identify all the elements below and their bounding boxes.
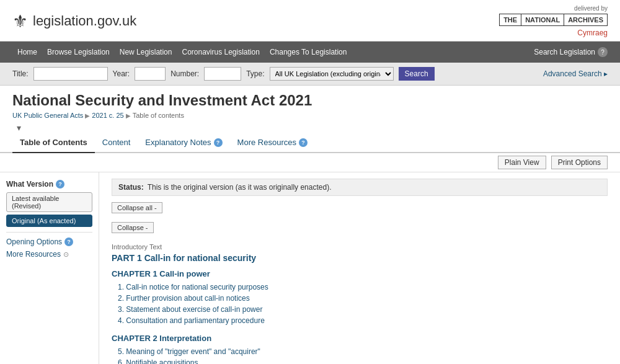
latest-available-button[interactable]: Latest available (Revised) <box>6 192 92 212</box>
nav-changes[interactable]: Changes To Legislation <box>265 42 352 63</box>
chapter-2-block: CHAPTER 2 Interpretation 5. Meaning of "… <box>112 334 608 364</box>
status-bar: Status: This is the original version (as… <box>112 179 608 196</box>
chapter-2-title[interactable]: CHAPTER 2 Interpretation <box>112 334 608 343</box>
breadcrumb-arrow-2: ▶ <box>126 112 131 119</box>
number-input[interactable] <box>204 67 241 81</box>
breadcrumb-chapter[interactable]: 2021 c. 25 <box>92 112 123 119</box>
type-label: Type: <box>246 69 264 78</box>
search-legend-icon: ? <box>598 47 608 57</box>
year-label: Year: <box>113 69 130 78</box>
tab-more-resources-label: More Resources <box>237 138 296 147</box>
content-area: What Version ? Latest available (Revised… <box>0 172 620 364</box>
breadcrumb-current: Table of contents <box>133 112 184 119</box>
list-item: 4. Consultation and parliamentary proced… <box>118 316 608 325</box>
main-content: Status: This is the original version (as… <box>99 172 620 364</box>
section-link[interactable]: 6. Notifiable acquisitions <box>118 358 198 364</box>
more-resources-icon: ⊙ <box>63 251 69 259</box>
nav-browse[interactable]: Browse Legislation <box>42 42 115 63</box>
list-item: 1. Call-in notice for national security … <box>118 282 608 291</box>
chapter-1-title[interactable]: CHAPTER 1 Call-in power <box>112 269 608 278</box>
tab-explanatory-notes[interactable]: Explanatory Notes ? <box>138 133 229 152</box>
more-resources-row: More Resources ⊙ <box>6 250 92 259</box>
collapse-all-area: Collapse all - <box>112 202 608 218</box>
status-label: Status: <box>118 183 144 192</box>
royal-crest-icon: ⚜ <box>12 11 28 32</box>
na-the: THE <box>500 14 521 25</box>
na-national: NATIONAL <box>521 14 564 25</box>
sidebar: What Version ? Latest available (Revised… <box>0 172 99 364</box>
print-options-button[interactable]: Print Options <box>551 156 608 169</box>
section-link[interactable]: 4. Consultation and parliamentary proced… <box>118 316 265 325</box>
part1-title[interactable]: PART 1 Call-in for national security <box>112 253 608 263</box>
tabs-bar: Table of Contents Content Explanatory No… <box>0 133 620 153</box>
delivered-by-section: delivered by THE NATIONAL ARCHIVES Cymra… <box>499 5 608 37</box>
breadcrumb-uk-acts[interactable]: UK Public General Acts <box>12 112 83 119</box>
title-input[interactable] <box>33 67 108 81</box>
what-version-label: What Version <box>6 180 53 189</box>
site-title: legislation.gov.uk <box>33 13 136 29</box>
view-buttons-bar: Plain View Print Options <box>0 153 620 172</box>
nav-home[interactable]: Home <box>12 42 42 63</box>
what-version-title: What Version ? <box>6 180 92 189</box>
nav-new[interactable]: New Legislation <box>115 42 177 63</box>
act-title: National Security and Investment Act 202… <box>12 92 608 109</box>
list-item: 2. Further provision about call-in notic… <box>118 293 608 303</box>
section-link[interactable]: 1. Call-in notice for national security … <box>118 283 268 291</box>
sidebar-divider-1 <box>6 232 92 233</box>
chapter-1-sections: 1. Call-in notice for national security … <box>112 282 608 325</box>
breadcrumb: UK Public General Acts ▶ 2021 c. 25 ▶ Ta… <box>12 112 608 119</box>
more-resources-help-icon: ? <box>299 138 308 147</box>
delivered-by-label: delivered by <box>499 5 608 12</box>
tab-table-of-contents[interactable]: Table of Contents <box>12 133 95 153</box>
opening-options-help-icon[interactable]: ? <box>64 237 73 246</box>
plain-view-button[interactable]: Plain View <box>498 156 546 169</box>
breadcrumb-arrow-1: ▶ <box>85 112 90 119</box>
chapter-2-sections: 5. Meaning of "trigger event" and "acqui… <box>112 347 608 364</box>
main-nav: Home Browse Legislation New Legislation … <box>0 42 620 63</box>
logo-area: ⚜ legislation.gov.uk <box>12 11 136 32</box>
list-item: 5. Meaning of "trigger event" and "acqui… <box>118 347 608 356</box>
collapse-all-button[interactable]: Collapse all - <box>112 202 162 213</box>
section-link[interactable]: 3. Statement about exercise of call-in p… <box>118 305 262 314</box>
opening-options-link[interactable]: Opening Options <box>6 237 62 246</box>
year-input[interactable] <box>135 67 166 81</box>
list-item: 6. Notifiable acquisitions <box>118 358 608 364</box>
original-as-enacted-button[interactable]: Original (As enacted) <box>6 215 92 227</box>
search-legislation-link[interactable]: Search Legislation ? <box>534 47 608 57</box>
search-button[interactable]: Search <box>399 67 435 81</box>
cymraeg-link[interactable]: Cymraeg <box>499 29 608 37</box>
breadcrumb-expand-icon[interactable]: ▾ <box>12 123 25 133</box>
title-label: Title: <box>12 69 29 78</box>
search-legislation-label: Search Legislation <box>534 48 595 56</box>
national-archives-logo: THE NATIONAL ARCHIVES <box>499 14 608 26</box>
section-link[interactable]: 5. Meaning of "trigger event" and "acqui… <box>118 347 260 356</box>
tab-content[interactable]: Content <box>95 133 138 152</box>
section-link[interactable]: 2. Further provision about call-in notic… <box>118 294 250 303</box>
tab-explanatory-notes-label: Explanatory Notes <box>145 138 211 147</box>
advanced-search-link[interactable]: Advanced Search ▸ <box>543 69 608 78</box>
type-select[interactable]: All UK Legislation (excluding originatin… <box>270 67 394 81</box>
list-item: 3. Statement about exercise of call-in p… <box>118 304 608 314</box>
nav-links: Home Browse Legislation New Legislation … <box>12 42 352 63</box>
top-header: ⚜ legislation.gov.uk delivered by THE NA… <box>0 0 620 42</box>
collapse-minus-button[interactable]: Collapse - <box>112 222 154 233</box>
collapse-minus-area: Collapse - <box>112 222 608 238</box>
nav-coronavirus[interactable]: Coronavirus Legislation <box>177 42 264 63</box>
number-label: Number: <box>170 69 199 78</box>
what-version-help-icon[interactable]: ? <box>56 180 64 189</box>
intro-text-label: Introductory Text <box>112 243 608 251</box>
opening-options-row: Opening Options ? <box>6 237 92 246</box>
more-resources-link[interactable]: More Resources <box>6 250 61 259</box>
tab-more-resources[interactable]: More Resources ? <box>230 133 315 152</box>
explanatory-help-icon: ? <box>214 138 223 147</box>
act-header-section: National Security and Investment Act 202… <box>0 86 620 133</box>
status-text: This is the original version (as it was … <box>148 183 332 192</box>
search-bar: Title: Year: Number: Type: All UK Legisl… <box>0 63 620 86</box>
chapter-1-block: CHAPTER 1 Call-in power 1. Call-in notic… <box>112 269 608 325</box>
na-archives: ARCHIVES <box>564 14 607 25</box>
